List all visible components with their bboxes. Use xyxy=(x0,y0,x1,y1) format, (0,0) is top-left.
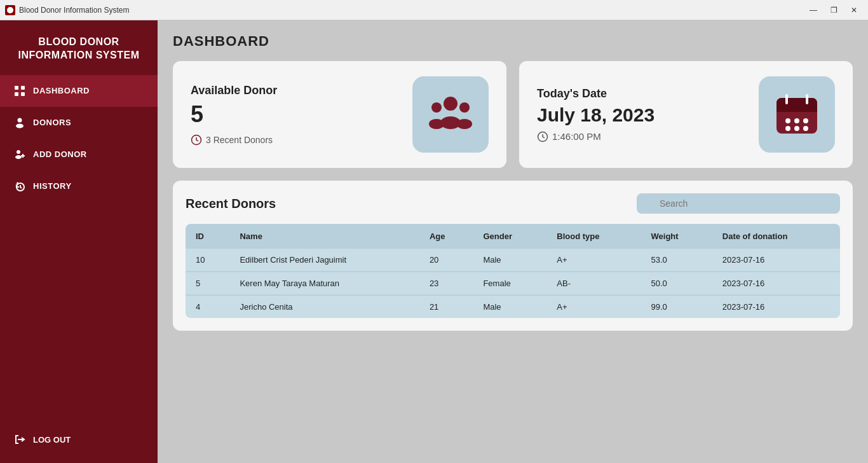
col-header-gender: Gender xyxy=(473,224,546,249)
svg-point-28 xyxy=(803,118,808,123)
logout-button[interactable]: LOG OUT xyxy=(13,426,145,453)
svg-point-8 xyxy=(15,155,22,159)
svg-rect-1 xyxy=(15,86,18,90)
col-header-date: Date of donation xyxy=(712,224,840,249)
sidebar-item-dashboard[interactable]: DASHBOARD xyxy=(0,75,158,107)
available-donor-label: Available Donor xyxy=(191,84,277,97)
col-header-name: Name xyxy=(229,224,419,249)
sidebar-app-title: BLOOD DONORINFORMATION SYSTEM xyxy=(0,20,158,75)
sidebar: BLOOD DONORINFORMATION SYSTEM DASHBOARD xyxy=(0,20,158,463)
sidebar-item-donors[interactable]: DONORS xyxy=(0,107,158,139)
app-container: BLOOD DONORINFORMATION SYSTEM DASHBOARD xyxy=(0,20,868,463)
svg-point-27 xyxy=(794,118,799,123)
recent-donors-section: Recent Donors xyxy=(173,181,853,331)
available-donor-card: Available Donor 5 3 Recent Donors xyxy=(173,61,506,168)
minimize-button[interactable]: — xyxy=(804,4,822,17)
recent-donors-header: Recent Donors xyxy=(186,193,840,214)
svg-point-31 xyxy=(803,126,808,131)
svg-point-7 xyxy=(17,150,20,154)
time-icon xyxy=(537,131,548,142)
group-people-icon xyxy=(425,92,476,137)
table-row[interactable]: 4Jericho Cenita21MaleA+99.02023-07-16 xyxy=(186,295,840,318)
sidebar-item-add-donor[interactable]: ADD DONOR xyxy=(0,139,158,170)
donors-table: ID Name Age Gender Blood type Weight Dat… xyxy=(186,224,840,318)
svg-point-19 xyxy=(457,119,472,129)
history-icon xyxy=(13,179,27,193)
window-title: Blood Donor Information System xyxy=(19,6,804,15)
recent-donors-title: Recent Donors xyxy=(186,197,276,211)
table-body: 10Edilbert Crist Pederi Jaguimit20MaleA+… xyxy=(186,249,840,318)
svg-point-5 xyxy=(18,118,22,122)
svg-rect-2 xyxy=(21,86,25,90)
todays-time: 1:46:00 PM xyxy=(537,131,654,142)
svg-point-0 xyxy=(7,7,13,13)
window-controls: — ❐ ✕ xyxy=(804,4,863,17)
search-input[interactable] xyxy=(637,193,840,214)
sidebar-bottom: LOG OUT xyxy=(0,416,158,463)
calendar-icon-box xyxy=(759,76,835,153)
history-label: HISTORY xyxy=(33,181,72,191)
table-header: ID Name Age Gender Blood type Weight Dat… xyxy=(186,224,840,249)
sidebar-nav: DASHBOARD DONORS xyxy=(0,75,158,416)
svg-rect-23 xyxy=(776,107,817,112)
table-row[interactable]: 5Keren May Taraya Maturan23FemaleAB-50.0… xyxy=(186,272,840,295)
svg-point-17 xyxy=(429,119,444,129)
donors-label: DONORS xyxy=(33,118,71,127)
add-donor-icon xyxy=(13,148,27,162)
close-button[interactable]: ✕ xyxy=(845,4,863,17)
sidebar-item-history[interactable]: HISTORY xyxy=(0,170,158,202)
maximize-button[interactable]: ❐ xyxy=(825,4,843,17)
svg-point-29 xyxy=(785,126,790,131)
col-header-id: ID xyxy=(186,224,229,249)
svg-point-26 xyxy=(785,118,790,123)
todays-date-value: July 18, 2023 xyxy=(537,104,654,126)
dashboard-label: DASHBOARD xyxy=(33,86,90,95)
dashboard-icon xyxy=(13,84,27,98)
recent-count-text: 3 Recent Donors xyxy=(206,135,273,145)
available-donor-count: 5 xyxy=(191,101,277,128)
col-header-blood-type: Blood type xyxy=(546,224,641,249)
svg-rect-4 xyxy=(21,92,25,96)
col-header-weight: Weight xyxy=(641,224,712,249)
top-cards: Available Donor 5 3 Recent Donors xyxy=(173,61,853,168)
todays-date-info: Today's Date July 18, 2023 1:46:00 PM xyxy=(537,87,654,142)
col-header-age: Age xyxy=(419,224,473,249)
todays-date-label: Today's Date xyxy=(537,87,654,100)
clock-icon xyxy=(191,134,202,146)
main-content: DASHBOARD Available Donor 5 3 Recent Don… xyxy=(158,20,868,463)
svg-point-16 xyxy=(431,102,442,113)
available-donor-info: Available Donor 5 3 Recent Donors xyxy=(191,84,277,146)
page-title: DASHBOARD xyxy=(173,33,853,50)
donors-table-container: ID Name Age Gender Blood type Weight Dat… xyxy=(186,224,840,318)
svg-point-6 xyxy=(16,123,24,128)
table-row[interactable]: 10Edilbert Crist Pederi Jaguimit20MaleA+… xyxy=(186,249,840,272)
todays-date-card: Today's Date July 18, 2023 1:46:00 PM xyxy=(519,61,853,168)
available-donor-icon-box xyxy=(412,76,489,153)
search-wrapper xyxy=(637,193,840,214)
calendar-icon xyxy=(771,89,822,140)
svg-point-30 xyxy=(794,126,799,131)
svg-point-18 xyxy=(459,102,470,113)
logout-icon xyxy=(13,432,27,446)
svg-rect-3 xyxy=(15,92,18,96)
app-icon xyxy=(5,5,15,15)
time-value: 1:46:00 PM xyxy=(552,131,601,142)
donors-icon xyxy=(13,116,27,130)
add-donor-label: ADD DONOR xyxy=(33,149,87,159)
recent-donors-sub: 3 Recent Donors xyxy=(191,134,277,146)
svg-point-14 xyxy=(444,97,458,111)
title-bar: Blood Donor Information System — ❐ ✕ xyxy=(0,0,868,20)
logout-label: LOG OUT xyxy=(33,435,71,445)
